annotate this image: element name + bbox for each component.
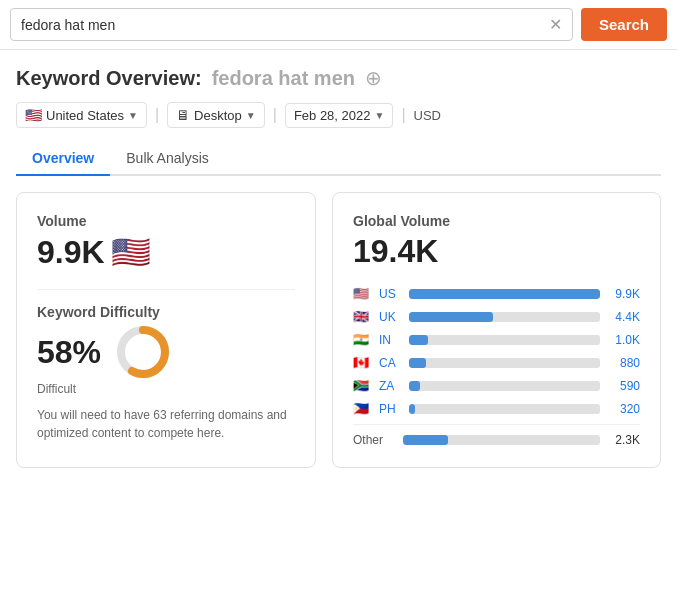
card-divider (37, 289, 295, 290)
country-code: PH (379, 402, 403, 416)
country-flag-icon: 🇨🇦 (353, 355, 373, 370)
country-row: 🇺🇸 US 9.9K (353, 286, 640, 301)
country-flag: 🇺🇸 (25, 107, 42, 123)
difficulty-percent: 58% (37, 334, 101, 371)
filter-divider-2: | (273, 106, 277, 124)
filter-divider-1: | (155, 106, 159, 124)
country-filter[interactable]: 🇺🇸 United States ▼ (16, 102, 147, 128)
global-volume-label: Global Volume (353, 213, 640, 229)
country-value: 9.9K (606, 287, 640, 301)
device-chevron-icon: ▼ (246, 110, 256, 121)
clear-icon[interactable]: ✕ (549, 15, 562, 34)
country-rows: 🇺🇸 US 9.9K 🇬🇧 UK 4.4K 🇮🇳 IN 1.0K 🇨🇦 CA (353, 286, 640, 416)
global-volume-value: 19.4K (353, 233, 640, 270)
device-icon: 🖥 (176, 107, 190, 123)
country-code: UK (379, 310, 403, 324)
other-label: Other (353, 433, 397, 447)
currency-label: USD (414, 108, 441, 123)
country-code: CA (379, 356, 403, 370)
date-chevron-icon: ▼ (375, 110, 385, 121)
main-content: Keyword Overview: fedora hat men ⊕ 🇺🇸 Un… (0, 50, 677, 468)
bar-container (409, 335, 600, 345)
keyword-title: Keyword Overview: fedora hat men ⊕ (16, 66, 661, 90)
keyword-value: fedora hat men (212, 67, 355, 90)
country-row: 🇵🇭 PH 320 (353, 401, 640, 416)
country-flag-icon: 🇺🇸 (353, 286, 373, 301)
country-row: 🇿🇦 ZA 590 (353, 378, 640, 393)
country-code: IN (379, 333, 403, 347)
search-input-wrapper: ✕ (10, 8, 573, 41)
bar-container (409, 404, 600, 414)
device-label: Desktop (194, 108, 242, 123)
country-chevron-icon: ▼ (128, 110, 138, 121)
global-volume-card: Global Volume 19.4K 🇺🇸 US 9.9K 🇬🇧 UK 4.4… (332, 192, 661, 468)
bar-container (409, 312, 600, 322)
other-bar-fill (403, 435, 448, 445)
keyword-overview-label: Keyword Overview: (16, 67, 202, 90)
volume-flag: 🇺🇸 (111, 233, 151, 271)
country-value: 590 (606, 379, 640, 393)
filter-bar: 🇺🇸 United States ▼ | 🖥 Desktop ▼ | Feb 2… (16, 102, 661, 128)
country-flag-icon: 🇮🇳 (353, 332, 373, 347)
search-button[interactable]: Search (581, 8, 667, 41)
bar-container (409, 358, 600, 368)
tabs: Overview Bulk Analysis (16, 142, 661, 176)
bar-fill (409, 289, 600, 299)
volume-card: Volume 9.9K 🇺🇸 Keyword Difficulty 58% (16, 192, 316, 468)
country-code: ZA (379, 379, 403, 393)
country-value: 320 (606, 402, 640, 416)
difficulty-section: Keyword Difficulty 58% Difficult You (37, 304, 295, 442)
bar-container (409, 381, 600, 391)
difficulty-value: 58% (37, 324, 295, 380)
other-row: Other 2.3K (353, 424, 640, 447)
bar-fill (409, 358, 426, 368)
add-keyword-icon[interactable]: ⊕ (365, 66, 382, 90)
country-value: 880 (606, 356, 640, 370)
other-bar-container (403, 435, 600, 445)
bar-fill (409, 312, 493, 322)
device-filter[interactable]: 🖥 Desktop ▼ (167, 102, 265, 128)
country-value: 4.4K (606, 310, 640, 324)
difficulty-donut (115, 324, 171, 380)
volume-value: 9.9K 🇺🇸 (37, 233, 295, 271)
country-flag-icon: 🇬🇧 (353, 309, 373, 324)
date-filter[interactable]: Feb 28, 2022 ▼ (285, 103, 394, 128)
search-input[interactable] (21, 17, 543, 33)
tab-bulk-analysis[interactable]: Bulk Analysis (110, 142, 224, 176)
volume-number: 9.9K (37, 234, 105, 271)
country-value: 1.0K (606, 333, 640, 347)
tab-overview[interactable]: Overview (16, 142, 110, 176)
country-flag-icon: 🇿🇦 (353, 378, 373, 393)
other-value: 2.3K (606, 433, 640, 447)
country-row: 🇬🇧 UK 4.4K (353, 309, 640, 324)
search-bar: ✕ Search (0, 0, 677, 50)
volume-label: Volume (37, 213, 295, 229)
country-flag-icon: 🇵🇭 (353, 401, 373, 416)
country-code: US (379, 287, 403, 301)
difficulty-sublabel: Difficult (37, 382, 295, 396)
bar-container (409, 289, 600, 299)
filter-divider-3: | (401, 106, 405, 124)
country-row: 🇮🇳 IN 1.0K (353, 332, 640, 347)
country-row: 🇨🇦 CA 880 (353, 355, 640, 370)
country-label: United States (46, 108, 124, 123)
cards-container: Volume 9.9K 🇺🇸 Keyword Difficulty 58% (16, 192, 661, 468)
bar-fill (409, 404, 415, 414)
bar-fill (409, 381, 420, 391)
bar-fill (409, 335, 428, 345)
difficulty-description: You will need to have 63 referring domai… (37, 406, 295, 442)
difficulty-label: Keyword Difficulty (37, 304, 295, 320)
date-label: Feb 28, 2022 (294, 108, 371, 123)
